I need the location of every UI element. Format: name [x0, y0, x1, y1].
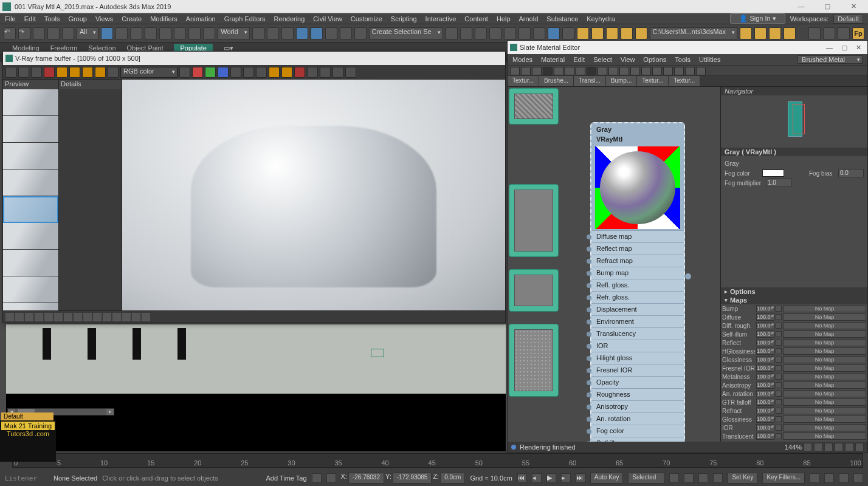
- map-slot-button[interactable]: No Map: [783, 373, 866, 380]
- slate-tb-button[interactable]: [565, 67, 574, 75]
- vfb-fbtn[interactable]: [35, 313, 43, 321]
- nav-btn[interactable]: [669, 473, 679, 483]
- map-amount-spinner[interactable]: 100.0: [756, 339, 774, 346]
- path-select[interactable]: C:\Users\M...nts\3dsMax: [650, 27, 737, 39]
- menu-grapheditors[interactable]: Graph Editors: [224, 15, 266, 22]
- coord-select[interactable]: World: [218, 27, 250, 39]
- map-amount-spinner[interactable]: 100.0: [756, 390, 774, 397]
- map-slot-button[interactable]: No Map: [783, 364, 866, 372]
- slate-tb-button[interactable]: [608, 67, 618, 75]
- node-slot[interactable]: IOR: [591, 340, 684, 352]
- play-next-icon[interactable]: ▸: [561, 473, 571, 483]
- keyfilters-button[interactable]: Key Filters...: [762, 473, 805, 484]
- slate-menu-edit[interactable]: Edit: [573, 56, 585, 63]
- nav-btn[interactable]: [684, 473, 694, 483]
- select-window-button[interactable]: [145, 27, 157, 39]
- vfb-alpha-icon[interactable]: [243, 67, 254, 78]
- play-end-icon[interactable]: ⏭: [576, 473, 585, 483]
- slate-tb-button[interactable]: [554, 67, 563, 75]
- autokey-button[interactable]: Auto Key: [590, 473, 624, 484]
- node-slot[interactable]: Reflect map: [591, 242, 684, 255]
- schematic-button[interactable]: [518, 27, 531, 39]
- rotate-button[interactable]: [174, 27, 186, 39]
- fog-color-swatch[interactable]: [762, 169, 784, 177]
- map-slot-button[interactable]: No Map: [783, 382, 866, 389]
- map-slot-button[interactable]: No Map: [783, 313, 866, 321]
- vfb-bch-icon[interactable]: [218, 67, 229, 78]
- slate-tab[interactable]: Transl...: [574, 76, 606, 86]
- viewport[interactable]: [6, 324, 506, 451]
- slate-tab[interactable]: Textur...: [508, 76, 539, 86]
- vfb-track-icon[interactable]: [320, 67, 331, 78]
- node-slot[interactable]: Fog color: [591, 425, 684, 437]
- camera-gizmo[interactable]: [371, 349, 384, 357]
- pivot-button[interactable]: [252, 27, 264, 39]
- map-amount-spinner[interactable]: 100.0: [756, 433, 774, 440]
- map-checkbox[interactable]: [776, 416, 782, 422]
- vfb-fbtn[interactable]: [64, 313, 72, 321]
- slate-menu-view[interactable]: View: [621, 56, 635, 63]
- node-slot[interactable]: Opacity: [591, 376, 684, 388]
- slate-menu-select[interactable]: Select: [593, 56, 612, 63]
- addtime-tag[interactable]: Add Time Tag: [266, 474, 306, 482]
- vfb-c-icon[interactable]: [82, 67, 93, 78]
- slate-menu-tools[interactable]: Tools: [675, 56, 691, 63]
- map-checkbox[interactable]: [776, 382, 782, 388]
- vfb-r-icon[interactable]: [192, 67, 203, 78]
- vfb-folder2-icon[interactable]: [281, 67, 292, 78]
- vfb-mono-icon[interactable]: [230, 67, 241, 78]
- menu-substance[interactable]: Substance: [546, 15, 578, 22]
- slate-tab[interactable]: Textur...: [669, 76, 700, 86]
- vfb-save-icon[interactable]: [5, 67, 16, 78]
- slate-tb-button[interactable]: [619, 67, 629, 75]
- proj4-button[interactable]: [784, 27, 796, 39]
- map-checkbox[interactable]: [776, 306, 782, 312]
- vfb-thumb[interactable]: [3, 250, 58, 276]
- texture-node[interactable]: [509, 184, 559, 257]
- vfb-header[interactable]: V-Ray frame buffer - [100% of 1000 x 500…: [3, 52, 505, 65]
- slate-tb-button[interactable]: [532, 67, 542, 75]
- map-amount-spinner[interactable]: 100.0: [756, 305, 774, 312]
- setkey-button[interactable]: Set Key: [728, 473, 757, 484]
- workspaces-select[interactable]: Default: [833, 14, 863, 24]
- options-rollout[interactable]: Options: [721, 287, 867, 296]
- menu-civilview[interactable]: Civil View: [313, 15, 342, 22]
- map-amount-spinner[interactable]: 100.0: [756, 416, 774, 423]
- map-checkbox[interactable]: [776, 340, 782, 346]
- maximize-button[interactable]: ▢: [815, 2, 839, 10]
- slate-header[interactable]: Slate Material Editor —▢✕: [508, 41, 867, 54]
- vfb-fbtn[interactable]: [74, 313, 82, 321]
- map-amount-spinner[interactable]: 100.0: [756, 364, 774, 372]
- menu-scripting[interactable]: Scripting: [391, 15, 417, 22]
- vfb-b-icon[interactable]: [69, 67, 80, 78]
- menu-animation[interactable]: Animation: [186, 15, 216, 22]
- render-setup-button[interactable]: [548, 27, 560, 39]
- nav2-btn[interactable]: [810, 473, 819, 483]
- slate-graph[interactable]: Gray VRayMtl Diffuse mapReflect mapRefra…: [508, 87, 720, 442]
- lock-icon[interactable]: [312, 473, 322, 483]
- node-slot[interactable]: Translucency: [591, 327, 684, 340]
- menu-rendering[interactable]: Rendering: [274, 15, 305, 22]
- node-slot[interactable]: Refl. gloss.: [591, 279, 684, 291]
- map-checkbox[interactable]: [776, 433, 782, 439]
- redo-button[interactable]: ↷: [18, 27, 30, 39]
- vfb-link-icon[interactable]: [332, 67, 343, 78]
- slate-pick-button[interactable]: [510, 67, 520, 75]
- bind-button[interactable]: [62, 27, 74, 39]
- slate-menu-material[interactable]: Material: [541, 56, 565, 63]
- vfb-fbtn[interactable]: [103, 313, 111, 321]
- filter-select[interactable]: All: [77, 27, 98, 39]
- menu-customize[interactable]: Customize: [351, 15, 382, 22]
- listener-label[interactable]: Listener: [5, 474, 49, 482]
- vfb-d-icon[interactable]: [95, 67, 106, 78]
- map-amount-spinner[interactable]: 100.0: [756, 407, 774, 414]
- node-slot[interactable]: Diffuse map: [591, 230, 684, 242]
- spinner-snap-button[interactable]: [340, 27, 352, 39]
- layers-button[interactable]: [475, 27, 487, 39]
- navigator-view[interactable]: [721, 95, 867, 148]
- mirror-button[interactable]: [446, 27, 458, 39]
- map-slot-button[interactable]: No Map: [783, 322, 866, 329]
- layers2-button[interactable]: [489, 27, 501, 39]
- node-slot[interactable]: Hilight gloss: [591, 352, 684, 364]
- default-label[interactable]: Default: [1, 412, 53, 420]
